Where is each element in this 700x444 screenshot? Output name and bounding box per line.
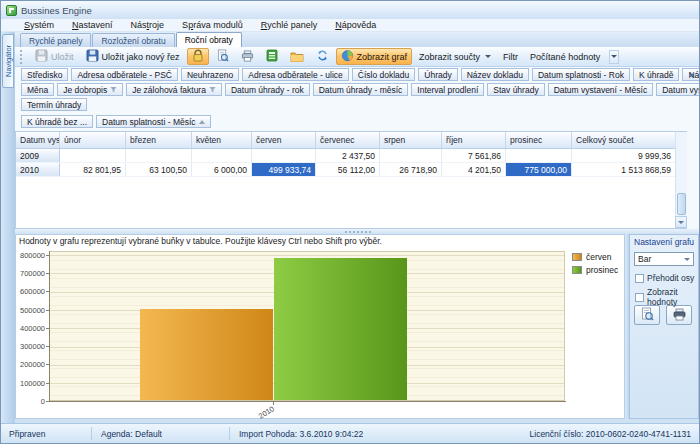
table-cell[interactable]: 56 112,00 bbox=[316, 163, 380, 176]
field-chip-interval-prodleni[interactable]: Interval prodlení bbox=[411, 83, 484, 96]
show-sums-button[interactable]: Zobrazit součty bbox=[414, 48, 496, 65]
checkbox-zobrazit-hodnoty[interactable] bbox=[635, 293, 644, 302]
field-chip-nazev-dokladu[interactable]: Název dokladu bbox=[461, 68, 529, 81]
group-chip-k-uhrade-bez[interactable]: K úhradě bez ... bbox=[21, 115, 93, 128]
open-button[interactable] bbox=[285, 48, 309, 65]
table-header-row: Datum vys...únorbřezenkvětenčervenčerven… bbox=[16, 132, 687, 149]
table-cell[interactable]: 63 100,50 bbox=[126, 163, 192, 176]
table-cell[interactable]: 499 933,74 bbox=[252, 163, 316, 176]
computed-values-button[interactable]: Počítané hodnoty bbox=[525, 48, 605, 65]
chart-legend: červenprosinec bbox=[572, 252, 618, 278]
field-chip-adresa-odberatele-psc[interactable]: Adresa odběratele - PSČ bbox=[71, 68, 178, 81]
table-cell[interactable]: 2 437,50 bbox=[316, 149, 380, 162]
column-header-celkovy-soucet[interactable]: Celkový součet bbox=[572, 132, 676, 148]
table-cell[interactable]: 775 000,00 bbox=[506, 163, 572, 176]
field-chip-je-dobropis[interactable]: Je dobropis bbox=[57, 83, 123, 96]
tab-rozlozeni-obratu[interactable]: Rozložení obratu bbox=[92, 33, 174, 47]
column-header-kveten[interactable]: květen bbox=[192, 132, 252, 148]
chart-type-select[interactable]: Bar bbox=[634, 252, 694, 266]
field-chip-mena[interactable]: Měna bbox=[21, 83, 54, 96]
save-as-new-slice-button[interactable]: Uložit jako nový řez bbox=[81, 48, 185, 65]
column-header-prosinec[interactable]: prosinec bbox=[506, 132, 572, 148]
chart-print-button[interactable] bbox=[666, 305, 692, 325]
field-chip-label: K úhradě bez ... bbox=[27, 117, 87, 127]
menu-item-sprava-modulu[interactable]: Správa modulů bbox=[173, 19, 252, 32]
tab-rocni-obraty[interactable]: Roční obraty bbox=[176, 32, 242, 47]
column-header-rijen[interactable]: říjen bbox=[442, 132, 506, 148]
table-cell[interactable]: 7 561,86 bbox=[442, 149, 506, 162]
field-chip-datum-vystaveni-mesic[interactable]: Datum vystavení - Měsíc bbox=[548, 83, 654, 96]
field-chip-datum-uhrady-rok[interactable]: Datum úhrady - rok bbox=[225, 83, 310, 96]
field-chip-k-uhrade[interactable]: K úhradě bbox=[633, 68, 680, 81]
column-header-brezen[interactable]: březen bbox=[126, 132, 192, 148]
export-button[interactable] bbox=[261, 48, 283, 65]
toolbar-overflow-button[interactable] bbox=[609, 50, 619, 64]
menu-item-system[interactable]: Systém bbox=[15, 19, 63, 32]
field-chip-cislo-dokladu[interactable]: Číslo dokladu bbox=[352, 68, 416, 81]
field-chip-datum-splatnosti-rok[interactable]: Datum splatnosti - Rok bbox=[532, 68, 630, 81]
scrollbar-thumb[interactable] bbox=[677, 193, 686, 215]
menu-item-napoveda[interactable]: Nápověda bbox=[326, 19, 385, 32]
field-chip-datum-uhrady-mesic[interactable]: Datum úhrady - měsíc bbox=[313, 83, 409, 96]
chart-preview-button[interactable] bbox=[634, 305, 660, 325]
table-cell[interactable]: 6 000,00 bbox=[192, 163, 252, 176]
table-cell[interactable]: 1 513 868,59 bbox=[572, 163, 676, 176]
refresh-button[interactable] bbox=[311, 48, 334, 65]
field-chip-stredisko[interactable]: Středisko bbox=[21, 68, 68, 81]
column-header-cerven[interactable]: červen bbox=[252, 132, 316, 148]
lock-button[interactable] bbox=[187, 48, 209, 65]
save-button[interactable]: Uložit bbox=[30, 48, 79, 65]
tab-strip: Rychlé panelyRozložení obratuRoční obrat… bbox=[15, 32, 699, 47]
menu-item-nastaveni[interactable]: Nastavení bbox=[63, 19, 122, 32]
field-chip-datum-vystaveni-den[interactable]: Datum vystavení - Den bbox=[656, 83, 700, 96]
menu-item-nastroje[interactable]: Nástroje bbox=[122, 19, 174, 32]
print-button[interactable] bbox=[236, 48, 259, 65]
toolbar-grip[interactable] bbox=[20, 50, 25, 64]
column-header-cervenec[interactable]: červenec bbox=[316, 132, 380, 148]
option-prehodit-osy[interactable]: Přehodit osy bbox=[635, 273, 694, 283]
table-cell[interactable] bbox=[126, 149, 192, 162]
field-chip-je-zalohova-faktura[interactable]: Je zálohová faktura bbox=[126, 83, 222, 96]
table-cell[interactable]: 82 801,95 bbox=[60, 163, 126, 176]
table-cell[interactable] bbox=[506, 149, 572, 162]
field-chip-uhrady[interactable]: Úhrady bbox=[418, 68, 457, 81]
checkbox-prehodit-osy[interactable] bbox=[635, 274, 644, 283]
table-cell[interactable] bbox=[252, 149, 316, 162]
option-zobrazit-hodnoty[interactable]: Zobrazit hodnoty bbox=[635, 287, 698, 307]
table-cell[interactable] bbox=[192, 149, 252, 162]
table-cell[interactable]: 26 718,90 bbox=[380, 163, 442, 176]
table-vertical-scrollbar[interactable] bbox=[675, 132, 687, 228]
table-cell[interactable]: 4 201,50 bbox=[442, 163, 506, 176]
plot-area bbox=[49, 251, 565, 401]
table-cell[interactable] bbox=[60, 149, 126, 162]
print-preview-button[interactable] bbox=[211, 48, 234, 65]
field-chip-label: Datum vystavení - Den bbox=[662, 85, 700, 95]
row-header-2010[interactable]: 2010 bbox=[16, 163, 60, 176]
field-chip-stav-uhrady[interactable]: Stav úhrady bbox=[487, 83, 544, 96]
field-chip-label: Adresa odběratele - PSČ bbox=[77, 70, 172, 80]
fields-overflow-button[interactable]: » bbox=[686, 69, 697, 81]
field-chip-termin-uhrady[interactable]: Termín úhrady bbox=[21, 98, 87, 111]
field-chip-label: Neuhrazeno bbox=[187, 70, 233, 80]
column-header-datum-vys[interactable]: Datum vys... bbox=[16, 132, 60, 148]
column-header-unor[interactable]: únor bbox=[60, 132, 126, 148]
status-separator bbox=[229, 427, 230, 440]
table-cell[interactable] bbox=[380, 149, 442, 162]
legend-label: červen bbox=[586, 252, 612, 262]
y-axis-label: 100000 bbox=[16, 379, 45, 388]
y-axis-line bbox=[49, 251, 50, 402]
show-chart-button[interactable]: Zobrazit graf bbox=[336, 48, 413, 65]
chart-panel: Hodnoty v grafu reprezentují vybrané buň… bbox=[15, 234, 625, 419]
field-chip-neuhrazeno[interactable]: Neuhrazeno bbox=[181, 68, 239, 81]
field-chip-label: Datum úhrady - rok bbox=[231, 85, 304, 95]
row-header-2009[interactable]: 2009 bbox=[16, 149, 60, 162]
filter-button[interactable]: Filtr bbox=[498, 48, 523, 65]
table-cell[interactable]: 9 999,36 bbox=[572, 149, 676, 162]
column-header-srpen[interactable]: srpen bbox=[380, 132, 442, 148]
menu-item-rychle-panely[interactable]: Rychlé panely bbox=[252, 19, 327, 32]
scrollbar-down-button[interactable] bbox=[675, 216, 687, 228]
field-chip-adresa-odberatele-ulice[interactable]: Adresa odběratele - ulice bbox=[242, 68, 349, 81]
navigator-dock-tab[interactable]: Navigátor bbox=[2, 34, 14, 88]
tab-rychle-panely[interactable]: Rychlé panely bbox=[20, 33, 91, 47]
group-chip-datum-splatnosti-mesic[interactable]: Datum splatnosti - Měsíc bbox=[96, 115, 211, 128]
